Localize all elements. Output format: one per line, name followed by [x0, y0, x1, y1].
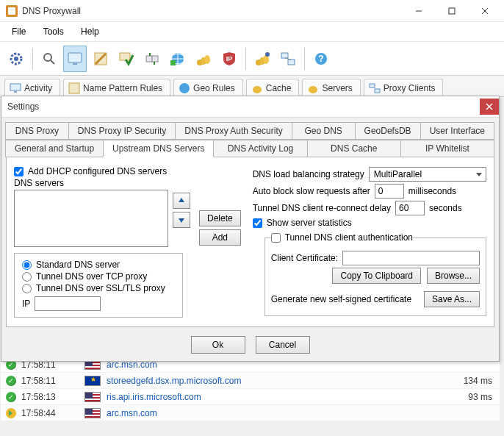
log-row[interactable]: ✓ 17:58:11 storeedgefd.dsx.mp.microsoft.…	[1, 373, 500, 389]
svg-rect-25	[288, 60, 295, 65]
strategy-select[interactable]: MultiParallel	[369, 167, 486, 182]
app-icon	[6, 5, 18, 17]
maximize-button[interactable]	[435, 0, 468, 22]
move-up-button[interactable]	[173, 193, 190, 209]
settings-dialog: Settings DNS Proxy DNS Proxy IP Security…	[1, 96, 500, 362]
stab-geo-dns[interactable]: Geo DNS	[292, 122, 356, 140]
tb-sync-icon[interactable]	[140, 46, 164, 72]
stab-geodefsdb[interactable]: GeoDefsDB	[355, 122, 421, 140]
svg-rect-8	[68, 53, 82, 62]
tab-servers[interactable]: Servers	[302, 79, 360, 96]
tb-global-icon[interactable]	[166, 46, 190, 72]
tb-search-icon[interactable]	[37, 46, 61, 72]
stab-ip-security[interactable]: DNS Proxy IP Security	[68, 122, 176, 140]
svg-rect-30	[69, 83, 79, 93]
show-stats-checkbox[interactable]: Show server statistics	[253, 218, 486, 228]
log-row[interactable]: ✓ 17:58:13 ris.api.iris.microsoft.com 93…	[1, 389, 500, 405]
tab-label: Servers	[322, 83, 352, 93]
autoblock-input[interactable]	[375, 184, 404, 199]
tb-help-icon[interactable]: ?	[309, 46, 333, 72]
dialog-close-button[interactable]	[480, 99, 499, 115]
stab-activity-log[interactable]: DNS Activity Log	[213, 140, 307, 157]
menu-file[interactable]: File	[4, 25, 33, 38]
svg-rect-34	[370, 84, 375, 87]
log-domain: storeedgefd.dsx.mp.microsoft.com	[107, 376, 448, 386]
radio-ssl-label: Tunnel DNS over SSL/TLS proxy	[36, 283, 165, 293]
log-time: 17:58:13	[21, 392, 79, 402]
tab-proxy-clients[interactable]: Proxy Clients	[364, 79, 444, 96]
tab-activity[interactable]: Activity	[4, 79, 60, 96]
tab-label: Name Pattern Rules	[83, 83, 162, 93]
tb-ip-icon[interactable]: IP	[217, 46, 241, 72]
stab-auth-security[interactable]: DNS Proxy Auth Security	[175, 122, 292, 140]
add-dhcp-label: Add DHCP configured DNS servers	[28, 166, 167, 176]
monitor-icon	[10, 82, 21, 94]
add-button[interactable]: Add	[199, 229, 241, 246]
client-cert-input[interactable]	[342, 251, 480, 265]
tb-servers-icon[interactable]	[251, 46, 274, 72]
flag-us-icon	[84, 408, 101, 418]
svg-rect-1	[449, 8, 455, 14]
stab-general[interactable]: General and Startup	[5, 140, 104, 157]
menu-tools[interactable]: Tools	[36, 25, 71, 38]
tunnel-auth-checkbox[interactable]: Tunnel DNS client authentication	[271, 232, 413, 243]
svg-point-31	[179, 83, 190, 93]
menu-help[interactable]: Help	[73, 25, 107, 38]
status-ok-icon: ✓	[6, 392, 16, 402]
radio-tcp[interactable]: Tunnel DNS over TCP proxy	[22, 271, 179, 282]
move-down-button[interactable]	[173, 212, 190, 228]
radio-standard[interactable]: Standard DNS server	[22, 260, 179, 270]
tunnel-auth-label: Tunnel DNS client authentication	[285, 232, 413, 243]
tab-name-rules[interactable]: Name Pattern Rules	[63, 79, 170, 96]
stab-dns-proxy[interactable]: DNS Proxy	[5, 122, 69, 140]
log-domain: ris.api.iris.microsoft.com	[107, 392, 448, 402]
tab-cache[interactable]: Cache	[246, 79, 300, 96]
stab-upstream[interactable]: Upstream DNS Servers	[103, 140, 214, 157]
svg-rect-12	[146, 56, 152, 62]
radio-standard-label: Standard DNS server	[36, 260, 120, 270]
minimize-button[interactable]	[402, 0, 435, 22]
cancel-button[interactable]: Cancel	[256, 336, 310, 354]
servers-listbox[interactable]	[14, 190, 168, 247]
flag-eu-icon	[84, 376, 101, 386]
browse-button[interactable]: Browse...	[427, 268, 480, 284]
svg-point-33	[309, 86, 317, 93]
rules-icon	[68, 82, 80, 94]
add-dhcp-checkbox[interactable]: Add DHCP configured DNS servers	[14, 166, 241, 176]
proxy-icon	[369, 82, 381, 94]
tb-rules-icon[interactable]	[89, 46, 112, 72]
radio-ssl-input[interactable]	[22, 284, 32, 293]
stab-ip-whitelist[interactable]: IP Whitelist	[400, 140, 494, 157]
ip-input[interactable]	[35, 296, 101, 311]
radio-standard-input[interactable]	[22, 260, 32, 270]
reconnect-input[interactable]	[395, 201, 425, 215]
tb-proxy-icon[interactable]	[276, 46, 300, 72]
tab-geo-rules[interactable]: Geo Rules	[173, 79, 243, 96]
radio-ssl[interactable]: Tunnel DNS over SSL/TLS proxy	[22, 283, 179, 293]
status-ok-icon: ✓	[6, 376, 16, 386]
svg-rect-28	[10, 84, 21, 90]
log-latency: 134 ms	[448, 376, 500, 386]
tb-apply-icon[interactable]	[115, 46, 138, 72]
strategy-value: MultiParallel	[374, 169, 422, 179]
save-as-button[interactable]: Save As...	[424, 291, 480, 307]
client-cert-label: Client Certificate:	[271, 253, 338, 263]
log-row[interactable]: 17:58:44 arc.msn.com	[1, 405, 500, 421]
stab-ui[interactable]: User Interface	[420, 122, 494, 140]
ok-button[interactable]: Ok	[191, 336, 245, 354]
close-button[interactable]	[468, 0, 501, 22]
copy-clipboard-button[interactable]: Copy To Clipboard	[332, 268, 421, 284]
tb-cache-icon[interactable]	[192, 46, 215, 72]
show-stats-input[interactable]	[253, 218, 262, 228]
tb-monitor-icon[interactable]	[63, 46, 87, 72]
generate-label: Generate new self-signed certificate	[271, 294, 420, 304]
stab-dns-cache[interactable]: DNS Cache	[307, 140, 401, 157]
radio-tcp-input[interactable]	[22, 272, 32, 282]
add-dhcp-input[interactable]	[14, 167, 24, 176]
dialog-buttons: Ok Cancel	[1, 332, 499, 355]
globe-icon	[179, 82, 190, 94]
delete-button[interactable]: Delete	[199, 210, 241, 226]
tunnel-auth-input[interactable]	[271, 233, 281, 243]
tb-settings-icon[interactable]	[4, 46, 28, 72]
separator	[245, 48, 246, 70]
